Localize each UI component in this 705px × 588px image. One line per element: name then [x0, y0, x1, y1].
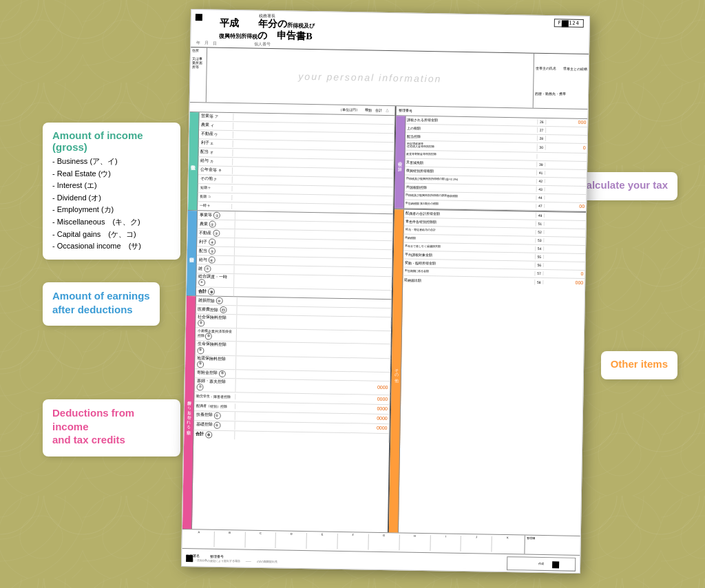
tax-label-4: 特定増改築等住宅借入金等特別控除 [406, 141, 538, 151]
annotation-deductions-title: Deductions from incomeand tax credits [52, 406, 171, 447]
tax-rows-container: 課税される所得金額 26 000 上の税額 27 配当控除 [404, 116, 587, 211]
form-inner: 第一表（平成三十年分） 税務署長 平成 年分の所得税及び復興特別所得税の 申告書… [182, 10, 589, 573]
annotation-income-items: - Business (ア、イ) - Real Estate (ウ) - Int… [52, 156, 171, 253]
personal-info-right: 世帯主の氏名 世帯主との続柄 西暦・勤務先・携帯 [533, 54, 589, 109]
footer-box: 作成 [507, 556, 576, 571]
annotation-earnings: Amount of earningsafter deductions [43, 282, 160, 326]
tax-field-payment: 00 [545, 203, 586, 209]
annotation-other-title: Other items [611, 358, 668, 370]
income-label-longterm: 長期 コ [198, 194, 232, 200]
annotation-income-title: Amount of income (gross) [52, 129, 171, 153]
tax-label-revival: 復興特別所得税額 [405, 168, 537, 176]
columns-label: 種類 合計 △ [362, 108, 395, 113]
income-label-occasional: 一時 サ [198, 203, 232, 209]
other-field-2 [545, 224, 586, 224]
other-rows-container: 配偶者の合計所得金額 49 青色申告特別控除額 51 給与・専従者給与の合計 5… [399, 209, 586, 536]
tax-field-4: 0 [546, 145, 587, 151]
form-header: 税務署長 平成 年分の所得税及び復興特別所得税の 申告書B 年 月 日 個人番号… [191, 10, 589, 54]
tax-field-withholding [545, 198, 586, 198]
tax-num-3: 28 [538, 136, 546, 141]
tax-label-total-tax: 所得税及び復興特別所得税の額 (⑤×2.1%) [405, 177, 537, 184]
other-field-9: 000 [543, 280, 585, 286]
ded-label-spouse: 配偶者（特別）控除 [194, 403, 235, 410]
tax-label-payment: 申告納税額 第3期分の税額 [404, 202, 536, 209]
tax-header-label: 整理番号 [396, 106, 414, 115]
other-num-9: 58 [535, 280, 543, 284]
other-field-8: 0 [543, 271, 585, 277]
earn-label-8: 総合譲渡・一時 ⑧ [196, 273, 234, 287]
income-label-interest: 利子 エ [199, 140, 233, 147]
ded-label-quake-ins: 地震保険料控除 ⑮ [195, 355, 236, 369]
annotation-tax-title: Calculate your tax [579, 179, 668, 191]
tax-num-withholding: 44 [536, 196, 545, 200]
ded-field-life-ins [236, 344, 390, 355]
tax-form-document: 第一表（平成三十年分） 税務署長 平成 年分の所得税及び復興特別所得税の 申告書… [181, 9, 590, 574]
ded-label-student: 勤労学生・障害者控除 [194, 394, 235, 400]
ded-label-donation: 寄附金控除 ⑯ [195, 369, 236, 378]
other-num-6: 55 [536, 255, 544, 259]
personal-info-section: 住所 又は事業所居所等 your personal information 世帯… [190, 48, 589, 109]
ded-field-total [235, 431, 389, 443]
header-title-heisei: 平成 年分の所得税及び復興特別所得税の 申告書B [219, 18, 315, 43]
grid-j: J [461, 536, 492, 552]
annotation-earnings-title: Amount of earningsafter deductions [52, 289, 150, 316]
earnings-rows: 事業等 ① 農業 ② 不動産 ③ 利子 ④ [196, 211, 393, 299]
ded-field-small-biz [237, 331, 391, 342]
ded-label-total: 合計 ㉕ [193, 431, 235, 440]
other-field-1 [545, 216, 586, 216]
tax-value-1: 000 [578, 120, 587, 126]
other-label-8: 申告期限に係る金額 [403, 269, 535, 276]
other-label-2: 青色申告特別控除額 [404, 219, 536, 227]
ded-label-widow: 寡婦・寡夫控除 ⑰ [194, 378, 235, 392]
ded-value-student: 0000 [377, 397, 388, 403]
other-field-4 [544, 240, 585, 241]
other-section: その他 配偶者の合計所得金額 49 青色申告特別控除額 51 [389, 209, 586, 536]
earn-label-7: 雑 ⑦ [196, 264, 234, 273]
unit-label: （単位は円） [190, 105, 362, 112]
other-label-6: 平均課税対象金額 [403, 252, 536, 260]
ded-field-social [237, 317, 391, 328]
tax-field-foreign [545, 189, 587, 190]
bottom-right-area: 整理欄 [525, 536, 580, 555]
tax-field-3 [546, 138, 587, 139]
grid-g: G [368, 534, 399, 551]
earn-label-3: 不動産 ③ [197, 229, 235, 238]
other-field-3 [545, 232, 586, 233]
other-field-7 [544, 265, 585, 266]
other-num-3: 52 [536, 230, 544, 234]
tax-num-4: 30 [538, 145, 546, 150]
grid-a: A [183, 531, 214, 547]
deductions-section: 所得から差し引かれる金額 雑損控除 ⑩ 医療費控除 ⑪ 社会保険料控除 ⑫ [182, 296, 392, 532]
earn-label-4: 利子 ④ [197, 238, 235, 246]
tax-num-1: 26 [538, 119, 546, 125]
ded-value-widow: 0000 [377, 385, 388, 391]
grid-i: I [430, 535, 461, 552]
other-num-1: 49 [536, 213, 545, 218]
tax-label-2: 上の税額 [406, 125, 538, 133]
personal-info-placeholder: your personal information [298, 71, 441, 85]
earn-label-6: 給与 ⑥ [197, 255, 235, 264]
header-date-row: 年 月 日 個人番号 [196, 41, 337, 48]
tax-section: 税金の計算 課税される所得金額 26 000 上の税額 27 [394, 116, 587, 213]
ded-value-dependent: 0000 [377, 416, 388, 422]
grid-h: H [399, 534, 430, 551]
left-column: （単位は円） 種類 合計 △ 収入金額等 営業等 ア 農業 イ [182, 103, 397, 532]
other-num-4: 53 [536, 238, 544, 242]
tax-field-disaster [545, 165, 587, 165]
other-label-9: 延納届出額 [403, 277, 535, 284]
deductions-rows: 雑損控除 ⑩ 医療費控除 ⑪ 社会保険料控除 ⑫ 小規模企業共済等掛金 [192, 296, 392, 532]
other-num-5: 54 [536, 246, 544, 251]
tax-num-foreign: 43 [537, 187, 545, 191]
footer-left: 税務署名 整理番号 税理士・法300条の規定により提出する場合 —— の2の期限… [186, 554, 507, 568]
ded-label-basic: 基礎控除 ㉔ [193, 421, 235, 430]
other-field-5 [544, 249, 585, 249]
tax-label-3: 配当控除 [406, 134, 538, 141]
earn-label-1: 事業等 ① [198, 211, 235, 220]
income-section: 収入金額等 営業等 ア 農業 イ 不動産 ウ [188, 112, 394, 214]
form-id-box: FA0124 [554, 19, 584, 28]
header-left: 税務署長 平成 年分の所得税及び復興特別所得税の 申告書B 年 月 日 個人番号 [196, 12, 337, 48]
annotation-deductions: Deductions from incomeand tax credits [43, 399, 180, 456]
corner-mark-bl [186, 555, 193, 562]
tax-num-total-tax: 42 [537, 179, 545, 183]
other-num-7: 56 [536, 263, 544, 267]
